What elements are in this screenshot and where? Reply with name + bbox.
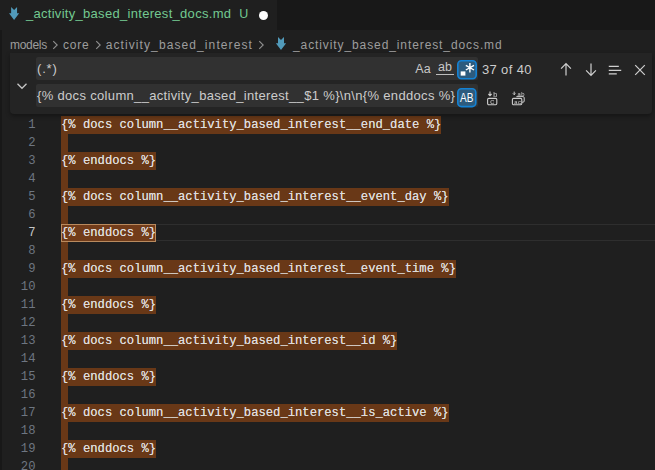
svg-text:AB: AB [460,90,473,105]
svg-text:c: c [490,98,495,106]
svg-text:ac: ac [514,99,522,106]
